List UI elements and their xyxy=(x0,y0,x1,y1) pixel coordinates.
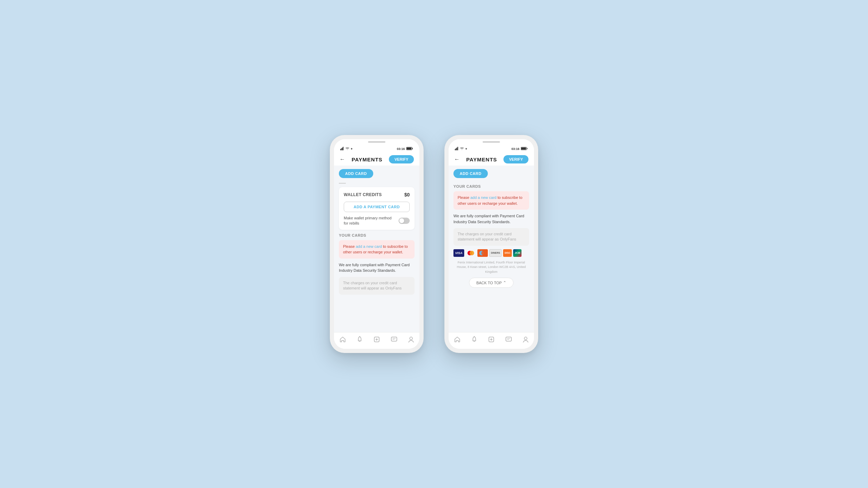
svg-rect-11 xyxy=(391,337,397,341)
page-title-2: PAYMENTS xyxy=(466,157,497,162)
add-card-link-2[interactable]: add a new card xyxy=(470,195,496,200)
svg-rect-15 xyxy=(455,149,456,150)
warning-text-2: Please add a new card to subscribe to ot… xyxy=(458,195,525,206)
jcb-logo: JCB xyxy=(513,249,521,257)
back-button-2[interactable]: ← xyxy=(454,156,460,162)
wallet-card-1: WALLET CREDITS $0 ADD A PAYMENT CARD Mak… xyxy=(339,187,415,230)
svg-rect-0 xyxy=(340,149,341,150)
status-bar-2: ✦ 03:16 xyxy=(449,144,534,152)
wifi-icon-2 xyxy=(460,147,464,151)
add-card-link-1[interactable]: add a new card xyxy=(356,244,382,249)
svg-point-14 xyxy=(410,337,412,340)
time-display-1: 03:16 xyxy=(397,147,405,151)
scene: ✦ 03:16 ← PAYMENTS VERIFY ADD CARD xyxy=(316,114,552,374)
chat-icon-1[interactable] xyxy=(391,336,398,344)
back-to-top-label: BACK TO TOP xyxy=(476,281,502,285)
battery-icon-2 xyxy=(521,147,528,151)
svg-rect-20 xyxy=(527,148,527,149)
card-logos: VISA DINERS DISC JCB xyxy=(453,249,529,257)
status-left-2: ✦ xyxy=(455,147,468,151)
phone-speaker-2 xyxy=(483,141,500,143)
svg-point-33 xyxy=(524,337,527,340)
compliance-text-2: We are fully compliant with Payment Card… xyxy=(453,213,529,225)
wallet-toggle-row-1: Make wallet primary method for rebills xyxy=(344,216,410,226)
svg-rect-5 xyxy=(412,148,413,149)
wallet-toggle-1[interactable] xyxy=(399,218,410,224)
status-left-1: ✦ xyxy=(340,147,353,151)
plus-icon-1[interactable] xyxy=(373,336,380,345)
svg-rect-2 xyxy=(342,148,343,150)
diners-logo: DINERS xyxy=(489,249,502,257)
warning-box-2: Please add a new card to subscribe to ot… xyxy=(453,191,529,210)
back-button-1[interactable]: ← xyxy=(340,156,345,162)
svg-rect-1 xyxy=(341,148,342,150)
verify-button-2[interactable]: VERIFY xyxy=(503,155,528,163)
info-text-2: The charges on your credit card statemen… xyxy=(458,232,525,242)
info-text-1: The charges on your credit card statemen… xyxy=(343,280,410,291)
profile-icon-2[interactable] xyxy=(523,336,529,345)
profile-icon-1[interactable] xyxy=(408,336,414,345)
svg-point-7 xyxy=(359,336,360,337)
page-title-1: PAYMENTS xyxy=(352,157,383,162)
add-card-button-2[interactable]: ADD CARD xyxy=(453,169,488,178)
status-bar-1: ✦ 03:16 xyxy=(334,144,419,152)
wallet-amount-1: $0 xyxy=(404,192,410,197)
footer-text-2: Fenix International Limited, Fourth Floo… xyxy=(453,260,529,275)
battery-icon-1 xyxy=(406,147,413,151)
svg-rect-6 xyxy=(407,148,411,150)
chevron-up-icon: ⌃ xyxy=(503,280,506,285)
nav-bar-1: ← PAYMENTS VERIFY xyxy=(334,152,419,166)
signal-icon xyxy=(340,147,344,151)
wallet-header-1: WALLET CREDITS $0 xyxy=(344,192,410,197)
wallet-toggle-label-1: Make wallet primary method for rebills xyxy=(344,216,399,226)
content-1: ADD CARD WALLET CREDITS $0 ADD A PAYMENT… xyxy=(334,166,419,332)
add-card-button-1[interactable]: ADD CARD xyxy=(339,169,373,178)
your-cards-title-1: YOUR CARDS xyxy=(339,233,415,237)
status-right-2: 03:16 xyxy=(511,147,528,151)
svg-rect-18 xyxy=(458,147,458,150)
nav-bar-2: ← PAYMENTS VERIFY xyxy=(449,152,534,166)
bluetooth-icon: ✦ xyxy=(350,147,353,151)
plus-icon-2[interactable] xyxy=(488,336,495,345)
warning-text-1: Please add a new card to subscribe to ot… xyxy=(343,244,410,255)
svg-point-25 xyxy=(481,251,486,255)
bell-icon-1[interactable] xyxy=(357,336,363,345)
bottom-nav-1 xyxy=(334,332,419,349)
your-cards-title-2: YOUR CARDS xyxy=(453,184,529,188)
bell-icon-2[interactable] xyxy=(471,336,477,345)
svg-rect-3 xyxy=(343,147,344,150)
phone-2: ✦ 03:16 ← PAYMENTS VERIFY ADD CARD xyxy=(444,135,538,353)
svg-point-23 xyxy=(469,251,474,255)
svg-rect-16 xyxy=(456,148,457,150)
info-box-1: The charges on your credit card statemen… xyxy=(339,277,415,295)
content-2: ADD CARD YOUR CARDS Please add a new car… xyxy=(449,166,534,332)
signal-icon-2 xyxy=(455,147,459,151)
verify-button-1[interactable]: VERIFY xyxy=(389,155,414,163)
divider-1 xyxy=(339,183,346,184)
wallet-title-1: WALLET CREDITS xyxy=(344,192,382,197)
wifi-icon xyxy=(345,147,349,151)
chat-icon-2[interactable] xyxy=(505,336,512,344)
maestro-logo xyxy=(477,249,488,257)
home-icon-1[interactable] xyxy=(339,336,346,345)
discover-logo: DISC xyxy=(503,249,512,257)
svg-rect-21 xyxy=(521,148,526,150)
svg-rect-17 xyxy=(457,148,457,150)
add-payment-button-1[interactable]: ADD A PAYMENT CARD xyxy=(344,202,410,212)
info-box-2: The charges on your credit card statemen… xyxy=(453,228,529,246)
status-right-1: 03:16 xyxy=(397,147,413,151)
phone-speaker xyxy=(368,141,385,143)
back-to-top-button[interactable]: BACK TO TOP ⌃ xyxy=(469,278,514,288)
phone-1: ✦ 03:16 ← PAYMENTS VERIFY ADD CARD xyxy=(330,135,424,353)
time-display-2: 03:16 xyxy=(511,147,519,151)
compliance-text-1: We are fully compliant with Payment Card… xyxy=(339,262,415,274)
home-icon-2[interactable] xyxy=(454,336,461,345)
warning-box-1: Please add a new card to subscribe to ot… xyxy=(339,240,415,259)
mastercard-logo xyxy=(466,249,476,257)
svg-rect-30 xyxy=(506,337,511,341)
svg-point-26 xyxy=(474,336,475,337)
bottom-nav-2 xyxy=(449,332,534,349)
visa-logo: VISA xyxy=(453,249,464,257)
bluetooth-icon-2: ✦ xyxy=(465,147,468,151)
